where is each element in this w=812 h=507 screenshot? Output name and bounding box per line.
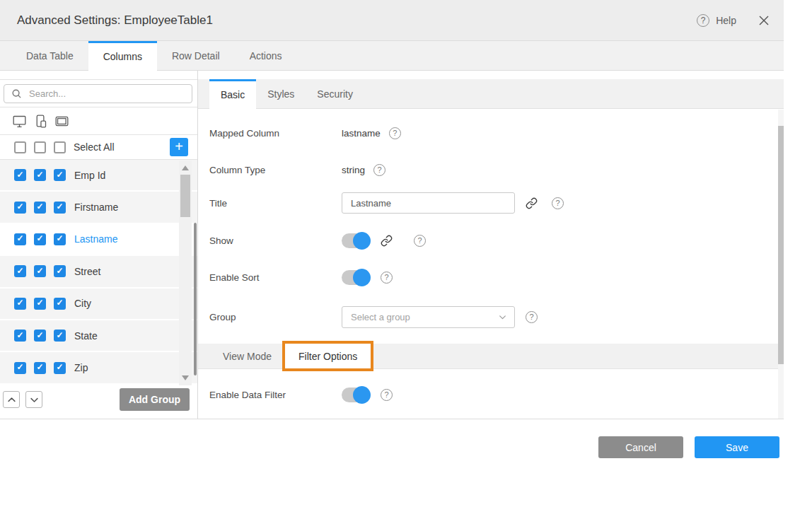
tab-filter-options[interactable]: Filter Options — [285, 344, 371, 368]
column-checkbox-phone[interactable] — [34, 169, 46, 181]
column-row[interactable]: Emp Id — [0, 160, 197, 192]
show-toggle[interactable] — [342, 233, 370, 248]
column-row[interactable]: State — [0, 320, 197, 352]
desktop-icon[interactable] — [12, 114, 27, 129]
show-link-icon[interactable] — [381, 235, 393, 247]
tab-row-detail[interactable]: Row Detail — [157, 41, 235, 70]
column-row[interactable]: City — [0, 289, 197, 320]
tab-basic[interactable]: Basic — [209, 79, 256, 109]
show-help-icon[interactable]: ? — [414, 235, 426, 247]
add-column-button[interactable]: + — [170, 138, 188, 156]
main-scrollbar[interactable] — [778, 110, 784, 419]
dialog-title: Advanced Settings: EmployeeTable1 — [17, 13, 697, 28]
column-checkbox-tablet[interactable] — [54, 202, 66, 214]
phone-icon[interactable] — [33, 114, 48, 129]
mapped-column-label: Mapped Column — [209, 128, 342, 139]
add-group-button[interactable]: Add Group — [120, 388, 190, 411]
select-all-checkbox-desktop[interactable] — [14, 141, 26, 153]
select-all-checkbox-phone[interactable] — [34, 141, 46, 153]
scroll-up-icon[interactable] — [182, 165, 189, 170]
help-button[interactable]: Help — [716, 15, 736, 26]
sidebar-scrollbar-thumb[interactable] — [180, 175, 190, 217]
enable-data-filter-help-icon[interactable]: ? — [381, 389, 393, 401]
column-checkbox-tablet[interactable] — [54, 330, 66, 342]
column-checkbox-desktop[interactable] — [14, 298, 26, 310]
cancel-button[interactable]: Cancel — [598, 436, 683, 458]
enable-sort-row: Enable Sort ? — [209, 267, 784, 287]
chevron-down-icon — [498, 313, 507, 322]
tab-styles[interactable]: Styles — [256, 79, 306, 108]
column-settings-panel: Basic Styles Security Mapped Column last… — [198, 71, 784, 419]
tab-view-mode[interactable]: View Mode — [209, 344, 285, 368]
columns-list: Emp Id Firstname Lastname Street City St… — [0, 160, 197, 385]
column-checkbox-desktop[interactable] — [14, 330, 26, 342]
column-type-row: Column Type string ? — [209, 157, 784, 182]
column-type-help-icon[interactable]: ? — [373, 164, 385, 176]
column-checkbox-phone[interactable] — [34, 265, 46, 277]
scroll-down-icon[interactable] — [182, 375, 189, 380]
column-row[interactable]: Firstname — [0, 192, 197, 223]
header-actions: ? Help — [697, 14, 770, 27]
column-checkbox-desktop[interactable] — [14, 265, 26, 277]
move-up-button[interactable] — [3, 391, 20, 408]
title-input[interactable] — [342, 192, 515, 214]
column-label: Zip — [74, 362, 88, 373]
column-checkbox-desktop[interactable] — [14, 169, 26, 181]
enable-data-filter-toggle[interactable] — [342, 387, 370, 402]
column-checkbox-desktop[interactable] — [14, 202, 26, 214]
move-down-button[interactable] — [25, 391, 42, 408]
tablet-icon[interactable] — [54, 114, 69, 129]
tab-security[interactable]: Security — [306, 79, 364, 108]
search-box[interactable] — [4, 84, 192, 103]
column-checkbox-phone[interactable] — [34, 362, 46, 374]
sidebar-scrollbar[interactable] — [179, 161, 192, 385]
title-row: Title ? — [209, 191, 784, 215]
enable-data-filter-row: Enable Data Filter ? — [209, 385, 784, 404]
select-all-checkbox-tablet[interactable] — [54, 141, 66, 153]
column-row[interactable]: Zip — [0, 352, 197, 384]
column-row[interactable]: Lastname — [0, 224, 197, 256]
group-row: Group Select a group ? — [209, 305, 784, 328]
column-row[interactable]: Street — [0, 256, 197, 288]
column-checkbox-tablet[interactable] — [54, 233, 66, 245]
column-checkbox-tablet[interactable] — [54, 265, 66, 277]
close-icon[interactable] — [758, 15, 770, 26]
view-filter-tabbar: View Mode Filter Options — [198, 344, 784, 369]
help-icon[interactable]: ? — [697, 14, 709, 27]
mapped-column-row: Mapped Column lastname ? — [209, 120, 784, 146]
content-area: Select All + Emp Id Firstname Lastname S… — [0, 71, 784, 419]
title-link-icon[interactable] — [526, 197, 538, 209]
enable-sort-toggle[interactable] — [342, 270, 370, 285]
basic-settings-form: Mapped Column lastname ? Column Type str… — [198, 120, 784, 328]
advanced-settings-dialog: Advanced Settings: EmployeeTable1 ? Help… — [0, 0, 784, 507]
group-help-icon[interactable]: ? — [526, 311, 538, 323]
enable-data-filter-label: Enable Data Filter — [209, 390, 342, 400]
sidebar-pane-scrollbar-thumb[interactable] — [194, 223, 197, 375]
main-scrollbar-thumb[interactable] — [778, 126, 784, 364]
mapped-column-help-icon[interactable]: ? — [389, 127, 401, 139]
group-select[interactable]: Select a group — [342, 306, 515, 328]
column-checkbox-phone[interactable] — [34, 298, 46, 310]
column-label: Street — [74, 266, 100, 277]
column-checkbox-phone[interactable] — [34, 330, 46, 342]
column-label: Emp Id — [74, 170, 105, 181]
search-input[interactable] — [28, 88, 185, 100]
column-checkbox-desktop[interactable] — [14, 362, 26, 374]
group-select-placeholder: Select a group — [351, 312, 498, 322]
column-checkbox-phone[interactable] — [34, 202, 46, 214]
column-checkbox-phone[interactable] — [34, 233, 46, 245]
dialog-header: Advanced Settings: EmployeeTable1 ? Help — [0, 0, 784, 41]
save-button[interactable]: Save — [695, 436, 779, 458]
enable-sort-help-icon[interactable]: ? — [381, 272, 393, 284]
column-checkbox-tablet[interactable] — [54, 169, 66, 181]
column-checkbox-tablet[interactable] — [54, 298, 66, 310]
column-checkbox-tablet[interactable] — [54, 362, 66, 374]
tab-actions[interactable]: Actions — [235, 41, 297, 70]
tab-data-table[interactable]: Data Table — [11, 41, 88, 70]
title-help-icon[interactable]: ? — [552, 197, 564, 209]
column-label: Lastname — [74, 233, 117, 245]
group-label: Group — [209, 312, 342, 322]
title-label: Title — [209, 198, 342, 209]
column-checkbox-desktop[interactable] — [14, 233, 26, 245]
tab-columns[interactable]: Columns — [88, 41, 157, 71]
